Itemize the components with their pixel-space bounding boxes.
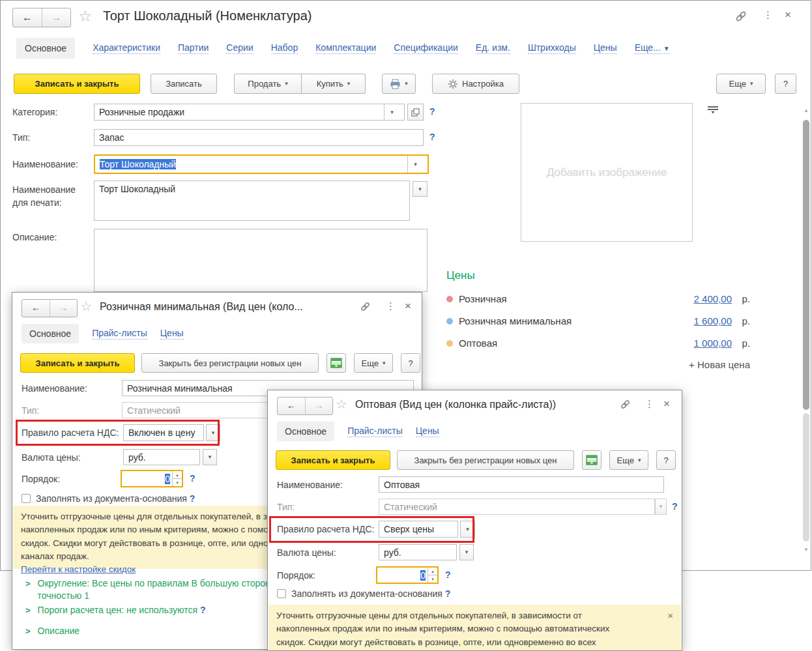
spin-down-icon[interactable]: ▾ (428, 575, 437, 583)
tab-komplektacii[interactable]: Комплектации (315, 42, 376, 54)
help-button[interactable]: ? (775, 74, 796, 94)
order-help-link[interactable]: ? (445, 570, 451, 580)
info-close-icon[interactable]: × (667, 609, 673, 624)
buy-button[interactable]: Купить▾ (302, 74, 366, 94)
tab-prices[interactable]: Цены (416, 426, 439, 437)
thresholds-help-link[interactable]: ? (200, 605, 206, 615)
scroll-down-icon[interactable]: ▼ (804, 547, 809, 553)
favorite-star-icon[interactable]: ☆ (336, 398, 347, 411)
tab-specifikacii[interactable]: Спецификации (394, 42, 458, 54)
scrollbar-track[interactable] (803, 413, 809, 542)
tab-osnovnoe[interactable]: Основное (277, 422, 334, 441)
fill-from-doc-checkbox[interactable] (22, 494, 31, 503)
product-image-dropzone[interactable]: Добавить изображение (521, 103, 693, 242)
tab-price-lists[interactable]: Прайс-листы (92, 328, 147, 340)
name-dropdown-button[interactable]: ▾ (407, 156, 423, 173)
description-section[interactable]: > Описание (25, 625, 80, 637)
help-button[interactable]: ? (401, 353, 420, 373)
tab-osnovnoe[interactable]: Основное (22, 324, 79, 343)
spin-up-icon[interactable]: ▴ (173, 471, 182, 479)
back-button[interactable]: ← (13, 8, 42, 27)
tab-serii[interactable]: Серии (226, 42, 253, 54)
fill-from-doc-checkbox[interactable] (277, 589, 286, 598)
favorite-star-icon[interactable]: ☆ (78, 8, 93, 24)
link-icon[interactable] (734, 10, 747, 23)
spinner-buttons[interactable]: ▴ ▾ (428, 568, 437, 583)
price-amount-link[interactable]: 2 400,00 (694, 293, 732, 304)
currency-field[interactable]: руб. (379, 544, 457, 560)
link-icon[interactable] (360, 301, 371, 312)
back-button[interactable]: ← (278, 398, 305, 414)
type-help-link[interactable]: ? (672, 501, 678, 512)
print-name-field[interactable]: Торт Шоколадный (94, 181, 410, 221)
tab-price-lists[interactable]: Прайс-листы (347, 426, 403, 437)
name-field[interactable]: Торт Шоколадный ▾ (94, 154, 429, 174)
fill-help-link[interactable]: ? (445, 588, 451, 599)
save-close-button[interactable]: Записать и закрыть (20, 353, 135, 373)
save-button[interactable]: Записать (151, 74, 217, 94)
close-icon[interactable]: × (785, 9, 791, 20)
fill-help-link[interactable]: ? (190, 493, 196, 504)
sell-button[interactable]: Продать▾ (234, 74, 302, 94)
category-open-button[interactable] (407, 104, 424, 121)
category-dropdown-button[interactable]: ▾ (384, 104, 399, 120)
more-button[interactable]: Еще▾ (354, 353, 393, 373)
type-help-link[interactable]: ? (429, 132, 435, 142)
back-button[interactable]: ← (22, 300, 50, 317)
price-list-table-button[interactable] (582, 450, 602, 470)
order-spinner[interactable]: 0 ▴ ▾ (121, 470, 183, 487)
tab-partii[interactable]: Партии (178, 42, 209, 54)
tab-prices[interactable]: Цены (160, 328, 184, 340)
description-field[interactable] (94, 229, 428, 292)
more-button[interactable]: Еще▾ (716, 74, 766, 94)
forward-button[interactable]: → (305, 398, 332, 414)
add-new-price-link[interactable]: + Новая цена (446, 359, 750, 370)
tab-harakteristiki[interactable]: Характеристики (93, 42, 160, 54)
type-field[interactable]: Запас (94, 129, 424, 146)
name-field[interactable]: Оптовая (379, 476, 664, 493)
help-button[interactable]: ? (656, 450, 676, 470)
category-field[interactable]: Розничные продажи ▾ (94, 104, 405, 121)
print-button[interactable]: ▾ (382, 74, 416, 94)
save-close-button[interactable]: Записать и закрыть (14, 74, 140, 94)
forward-button[interactable]: → (42, 8, 70, 27)
spinner-buttons[interactable]: ▴ ▾ (172, 471, 182, 486)
order-spinner[interactable]: 0 ▴ ▾ (376, 566, 439, 584)
currency-dropdown-button[interactable]: ▾ (203, 449, 217, 465)
scrollbar-thumb[interactable] (803, 120, 809, 410)
tab-more[interactable]: Еще... ▼ (635, 42, 670, 54)
link-icon[interactable] (620, 399, 631, 410)
save-close-button[interactable]: Записать и закрыть (276, 450, 390, 470)
more-button[interactable]: Еще▾ (609, 450, 648, 470)
scroll-up-icon[interactable]: ▲ (804, 108, 809, 113)
category-value: Розничные продажи (99, 107, 184, 117)
category-help-link[interactable]: ? (429, 106, 435, 117)
kebab-menu-icon[interactable]: ⋮ (645, 399, 654, 409)
close-without-register-button[interactable]: Закрыть без регистрации новых цен (141, 353, 319, 373)
close-icon[interactable]: × (405, 300, 411, 311)
tab-nabor[interactable]: Набор (271, 42, 298, 54)
discount-settings-link[interactable]: Перейти к настройке скидок (21, 564, 136, 574)
tab-ed-izm[interactable]: Ед. изм. (476, 42, 510, 54)
spin-up-icon[interactable]: ▴ (428, 568, 437, 575)
settings-button[interactable]: Настройка (432, 74, 519, 94)
forward-button[interactable]: → (50, 300, 77, 317)
currency-dropdown-button[interactable]: ▾ (459, 544, 474, 560)
kebab-menu-icon[interactable]: ⋮ (763, 10, 773, 20)
favorite-star-icon[interactable]: ☆ (80, 300, 92, 313)
tab-osnovnoe[interactable]: Основное (16, 38, 75, 59)
tab-ceny[interactable]: Цены (594, 42, 617, 54)
close-without-register-button[interactable]: Закрыть без регистрации новых цен (397, 450, 574, 470)
currency-field[interactable]: руб. (123, 449, 200, 465)
thresholds-section[interactable]: > Пороги расчета цен: не используются ? (25, 604, 205, 616)
order-help-link[interactable]: ? (190, 473, 196, 484)
price-amount-link[interactable]: 1 000,00 (694, 338, 732, 349)
tab-shtrihkody[interactable]: Штрихкоды (528, 42, 576, 54)
collapse-header-icon[interactable] (706, 105, 719, 114)
price-list-table-button[interactable] (326, 353, 346, 373)
close-icon[interactable]: × (663, 398, 670, 409)
kebab-menu-icon[interactable]: ⋮ (386, 301, 396, 311)
price-amount-link[interactable]: 1 600,00 (694, 315, 732, 326)
print-name-dropdown-button[interactable]: ▾ (413, 181, 428, 197)
spin-down-icon[interactable]: ▾ (173, 479, 182, 486)
